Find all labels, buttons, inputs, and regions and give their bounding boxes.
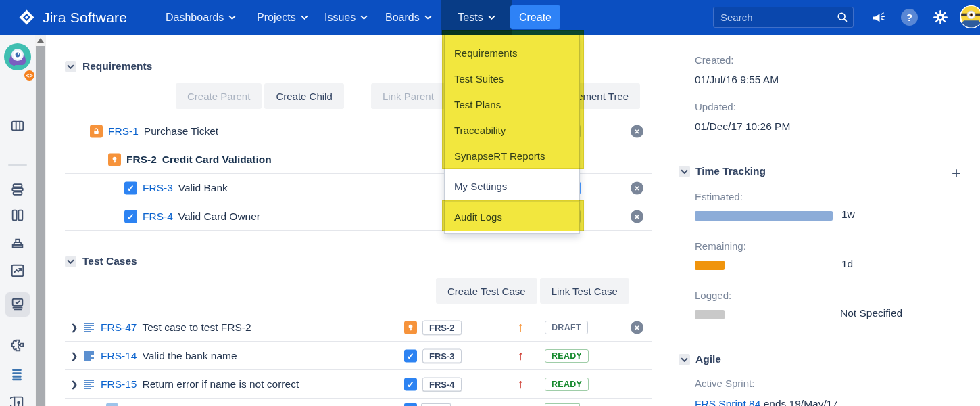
user-avatar[interactable] — [960, 5, 980, 28]
sub-requirement-icon: ✓ — [404, 378, 417, 390]
help-icon[interactable]: ? — [901, 9, 918, 26]
estimated-label: Estimated: — [695, 191, 743, 202]
reports-icon[interactable] — [10, 263, 25, 281]
issue-key-link[interactable]: FRS-14 — [101, 350, 137, 362]
code-badge-icon: <> — [23, 69, 36, 82]
scrollbar-thumb[interactable] — [36, 46, 45, 406]
app-window: 29/Dec/17 Created: 01/Jul/16 9:55 AM Upd… — [0, 0, 980, 406]
active-sprint-value: FRS Sprint 84 ends 19/May/17 — [695, 398, 838, 406]
expand-icon[interactable]: ❯ — [71, 323, 78, 332]
issue-key-link[interactable]: FRS-15 — [101, 378, 137, 390]
nav-dashboards[interactable]: Dashboards — [166, 0, 236, 35]
vertical-scrollbar[interactable] — [35, 35, 46, 406]
close-icon[interactable]: ✕ — [631, 181, 643, 194]
releases-icon[interactable] — [10, 182, 25, 200]
linked-requirement-badge — [421, 403, 451, 406]
search-icon[interactable] — [837, 12, 848, 26]
priority-up-icon: ↑ — [518, 377, 524, 392]
nav-tests[interactable]: Tests — [441, 0, 512, 35]
create-test-case-button[interactable]: Create Test Case — [436, 278, 537, 304]
menu-item-audit-logs[interactable]: Audit Logs — [445, 204, 579, 229]
updated-label: Updated: — [695, 101, 736, 112]
priority-up-icon: ↑ — [518, 348, 524, 363]
issue-key-link[interactable]: FRS-47 — [101, 321, 137, 334]
requirement-icon — [108, 153, 121, 166]
close-icon[interactable]: ✕ — [631, 210, 643, 223]
menu-item-test-plans[interactable]: Test Plans — [445, 91, 579, 117]
priority-up-icon: ↑ — [518, 320, 524, 335]
issue-title: Valid Card Owner — [178, 210, 260, 223]
requirements-header: Requirements — [65, 60, 152, 72]
test-management-icon-active[interactable] — [5, 292, 30, 317]
menu-item-my-settings[interactable]: My Settings — [445, 173, 579, 199]
menu-item-synapsert-reports[interactable]: SynapseRT Reports — [445, 143, 579, 168]
issue-key-link[interactable]: FRS-3 — [143, 182, 173, 194]
expand-icon[interactable]: ❯ — [71, 380, 78, 389]
link-parent-button[interactable]: Link Parent — [371, 83, 445, 109]
nav-projects[interactable]: Projects — [257, 0, 308, 35]
chevron-down-icon — [488, 15, 495, 20]
stamp-icon[interactable] — [10, 236, 25, 254]
add-time-button[interactable]: + — [952, 165, 961, 181]
test-case-icon — [83, 378, 95, 390]
pages-icon[interactable] — [10, 394, 25, 406]
sprint-link[interactable]: FRS Sprint 84 — [695, 398, 760, 406]
create-button[interactable]: Create — [510, 5, 560, 29]
remaining-label: Remaining: — [695, 240, 746, 252]
issue-key-link[interactable]: FRS-1 — [108, 125, 139, 137]
jira-logo-icon — [18, 8, 36, 26]
linked-requirement-badge[interactable]: FRS-3 — [422, 348, 462, 363]
menu-item-test-suites[interactable]: Test Suites — [445, 66, 579, 91]
chevron-down-icon — [360, 15, 368, 20]
scroll-up-arrow[interactable] — [37, 38, 44, 43]
expand-icon[interactable]: ❯ — [71, 351, 78, 361]
remaining-value: 1d — [841, 258, 853, 270]
chevron-down-icon[interactable] — [65, 256, 76, 267]
sidebar-divider — [8, 164, 27, 166]
link-test-case-button[interactable]: Link Test Case — [540, 278, 629, 304]
logged-label: Logged: — [695, 290, 731, 301]
test-case-icon — [83, 350, 95, 362]
addons-puzzle-icon[interactable] — [10, 338, 25, 355]
issue-key-link[interactable]: FRS-4 — [143, 210, 173, 223]
close-icon[interactable]: ✕ — [631, 321, 643, 334]
sub-requirement-icon — [404, 403, 417, 406]
settings-gear-icon[interactable] — [932, 9, 949, 28]
backlog-list-icon[interactable] — [10, 367, 24, 384]
project-avatar[interactable]: <> — [4, 43, 31, 70]
logged-bar — [695, 310, 725, 319]
announcements-icon[interactable] — [871, 9, 887, 28]
board-icon[interactable] — [10, 118, 25, 136]
nav-issues[interactable]: Issues — [324, 0, 368, 35]
app-logo[interactable]: Jira Software — [18, 0, 127, 35]
close-icon[interactable]: ✕ — [631, 125, 643, 137]
create-child-button[interactable]: Create Child — [264, 83, 343, 109]
created-label: Created: — [695, 54, 734, 66]
status-badge: READY — [545, 349, 589, 363]
menu-item-requirements[interactable]: Requirements — [445, 40, 579, 66]
time-tracking-title: Time Tracking — [695, 165, 766, 177]
issue-title: Valid the bank name — [142, 350, 237, 362]
chevron-down-icon[interactable] — [679, 354, 690, 365]
status-badge: READY — [545, 378, 589, 391]
create-parent-button[interactable]: Create Parent — [176, 83, 262, 109]
agile-header: Agile — [679, 353, 721, 365]
chevron-down-icon[interactable] — [65, 61, 76, 72]
locked-requirement-icon — [90, 125, 103, 137]
columns-icon[interactable] — [10, 208, 25, 225]
nav-boards[interactable]: Boards — [385, 0, 432, 35]
menu-item-traceability[interactable]: Traceability — [445, 117, 579, 143]
chevron-down-icon[interactable] — [679, 166, 690, 177]
top-navbar: Jira Software Dashboards Projects Issues… — [0, 0, 980, 35]
chevron-down-icon — [424, 15, 432, 20]
project-sidebar: <> — [0, 35, 35, 406]
status-badge: DRAFT — [545, 321, 588, 334]
test-case-icon — [106, 403, 118, 406]
issue-title: Return error if name is not correct — [142, 378, 299, 390]
linked-requirement-badge[interactable]: FRS-4 — [422, 377, 462, 391]
linked-requirement-badge[interactable]: FRS-2 — [422, 320, 462, 334]
test-cases-list: ❯ FRS-47 Test case to test FRS-2 FRS-2 ↑… — [65, 313, 652, 406]
test-case-row: ❯ FRS-15 Return error if name is not cor… — [65, 370, 652, 399]
search-input[interactable] — [713, 7, 854, 28]
chevron-down-icon — [301, 15, 308, 20]
